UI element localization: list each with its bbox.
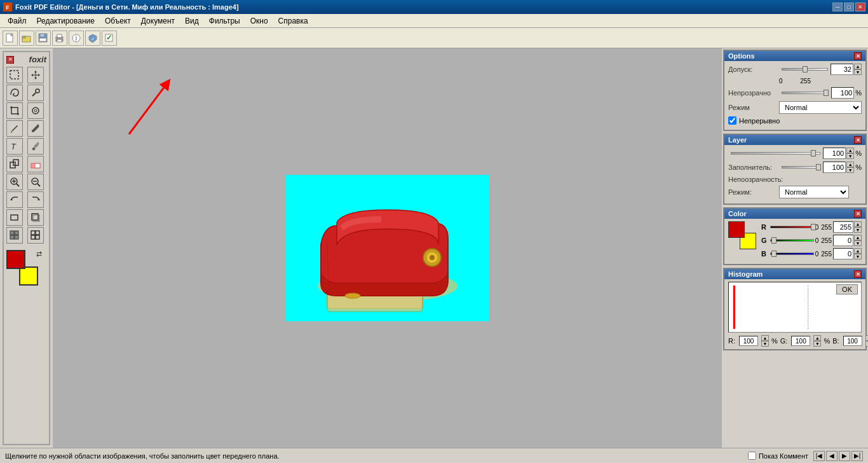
histogram-panel-close-btn[interactable]: ✕ xyxy=(854,270,862,278)
layer-opacity1-down[interactable]: ▼ xyxy=(846,153,854,159)
color-panel-close-btn[interactable]: ✕ xyxy=(854,210,862,218)
b-slider[interactable] xyxy=(770,252,814,255)
brush-tool[interactable] xyxy=(27,120,44,137)
zoom-out-tool[interactable] xyxy=(27,174,44,190)
fill-up[interactable]: ▲ xyxy=(846,162,854,167)
grid-tool[interactable] xyxy=(6,227,23,244)
eraser-tool[interactable] xyxy=(27,156,44,172)
menu-help[interactable]: Справка xyxy=(273,15,313,27)
g-hist-input[interactable] xyxy=(791,336,810,346)
check-button[interactable]: ✓ xyxy=(102,31,117,46)
layer-opacity1-up[interactable]: ▲ xyxy=(846,148,854,153)
tolerance-range: 0 255 xyxy=(728,78,862,87)
menu-view[interactable]: Вид xyxy=(180,15,204,27)
g-up[interactable]: ▲ xyxy=(854,235,862,240)
rect-tool[interactable] xyxy=(6,209,23,226)
r-hist-up[interactable]: ▲ xyxy=(761,335,769,341)
layer-tool[interactable] xyxy=(27,209,44,226)
opacity-slider[interactable] xyxy=(782,92,829,94)
b-input[interactable] xyxy=(833,248,853,259)
close-button[interactable]: ✕ xyxy=(855,3,865,11)
g-label: G xyxy=(761,237,770,244)
zoom-in-tool[interactable] xyxy=(6,174,23,190)
bg-color-swatch[interactable] xyxy=(19,266,38,286)
color-panel-title: Color ✕ xyxy=(724,209,865,219)
menu-window[interactable]: Окно xyxy=(245,15,273,27)
g-hist-up[interactable]: ▲ xyxy=(813,335,821,341)
eyedropper-tool[interactable] xyxy=(27,138,44,155)
r-hist-input[interactable] xyxy=(739,336,758,346)
menu-document[interactable]: Документ xyxy=(136,15,180,27)
tolerance-slider[interactable] xyxy=(782,68,828,71)
r-down[interactable]: ▼ xyxy=(854,227,862,233)
layer-mode-label: Режим: xyxy=(728,188,779,196)
color-fg-preview[interactable] xyxy=(728,221,745,238)
grid2-tool[interactable] xyxy=(27,227,44,244)
g-input[interactable] xyxy=(833,235,853,246)
save-button[interactable] xyxy=(36,31,51,46)
layer-opacity1-input[interactable] xyxy=(823,148,846,159)
move-tool[interactable] xyxy=(27,67,44,83)
r-hist-down[interactable]: ▼ xyxy=(761,341,769,347)
svg-rect-43 xyxy=(10,235,14,239)
heal-tool[interactable] xyxy=(27,102,44,119)
layer-opacity1-slider[interactable] xyxy=(731,152,820,155)
r-input[interactable] xyxy=(833,221,853,233)
image-canvas: 5000 0006 xyxy=(286,175,489,321)
g-hist-down[interactable]: ▼ xyxy=(813,341,821,347)
redo-tool[interactable] xyxy=(27,191,44,208)
tools-panel-close[interactable]: ✕ xyxy=(6,56,14,64)
layer-panel-close-btn[interactable]: ✕ xyxy=(854,136,862,144)
pencil-tool[interactable] xyxy=(6,120,23,137)
g-down[interactable]: ▼ xyxy=(854,240,862,246)
fill-down[interactable]: ▼ xyxy=(846,167,854,173)
b-down[interactable]: ▼ xyxy=(854,254,862,259)
text-tool[interactable]: T xyxy=(6,138,23,155)
tolerance-up[interactable]: ▲ xyxy=(854,64,862,69)
crop-tool[interactable] xyxy=(6,102,23,119)
b-hist-down[interactable]: ▼ xyxy=(865,341,868,347)
tolerance-input[interactable] xyxy=(831,64,853,75)
undo-tool[interactable] xyxy=(6,191,23,208)
layer-mode-select[interactable]: Normal Multiply Screen xyxy=(779,186,849,198)
nav-first-btn[interactable]: |◀ xyxy=(813,451,825,461)
maximize-button[interactable]: □ xyxy=(844,3,854,11)
opacity-input[interactable] xyxy=(831,87,854,99)
magic-wand-tool[interactable] xyxy=(27,85,44,101)
menu-object[interactable]: Объект xyxy=(100,15,136,27)
svg-text:i: i xyxy=(76,35,78,42)
r-slider[interactable] xyxy=(770,226,814,228)
print-button[interactable] xyxy=(52,31,67,46)
continuous-checkbox[interactable] xyxy=(728,116,736,125)
open-button[interactable] xyxy=(19,31,34,46)
g-slider[interactable] xyxy=(770,239,814,242)
options-panel-close-btn[interactable]: ✕ xyxy=(854,52,862,60)
nav-prev-btn[interactable]: ◀ xyxy=(826,451,837,461)
b-hist-up[interactable]: ▲ xyxy=(865,335,868,341)
minimize-button[interactable]: ─ xyxy=(832,3,843,11)
histogram-ok-btn[interactable]: OK xyxy=(836,284,858,294)
r-up[interactable]: ▲ xyxy=(854,221,862,227)
fill-slider[interactable] xyxy=(782,166,820,169)
new-button[interactable] xyxy=(3,31,18,46)
b-up[interactable]: ▲ xyxy=(854,248,862,254)
select-tool[interactable] xyxy=(6,67,23,83)
shield-button[interactable]: ✓ xyxy=(85,31,100,46)
menu-filters[interactable]: Фильтры xyxy=(204,15,245,27)
info-button[interactable]: i xyxy=(69,31,84,46)
nav-last-btn[interactable]: ▶| xyxy=(851,451,863,461)
b-hist-input[interactable] xyxy=(843,336,862,346)
mode-select[interactable]: Normal Multiply Screen Overlay xyxy=(779,101,862,114)
svg-rect-47 xyxy=(31,235,35,239)
fg-color-swatch[interactable] xyxy=(6,250,25,269)
fill-input[interactable] xyxy=(823,162,846,173)
nav-next-btn[interactable]: ▶ xyxy=(839,451,850,461)
menu-file[interactable]: Файл xyxy=(3,15,32,27)
menu-edit[interactable]: Редактирование xyxy=(32,15,100,27)
tolerance-down[interactable]: ▼ xyxy=(854,69,862,75)
lasso-tool[interactable] xyxy=(6,85,23,101)
show-comments-checkbox[interactable] xyxy=(748,452,756,460)
clone-tool[interactable] xyxy=(6,156,23,172)
swap-colors-icon[interactable]: ⇄ xyxy=(36,250,42,258)
canvas-area[interactable]: 5000 0006 xyxy=(53,48,722,448)
